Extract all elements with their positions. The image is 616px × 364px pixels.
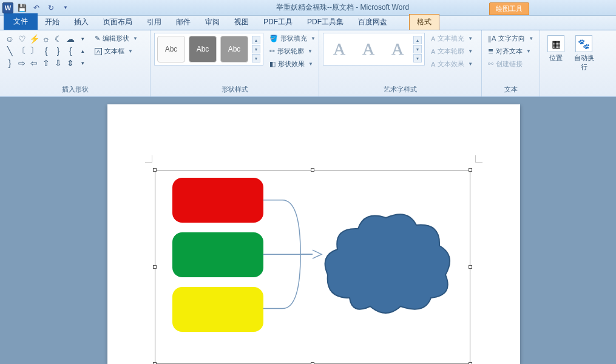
shape-bracket-right-icon[interactable]: } <box>4 57 16 69</box>
shape-smiley-icon[interactable]: ☺ <box>4 33 16 45</box>
shape-cloud[interactable] <box>319 207 453 316</box>
undo-icon[interactable]: ↶ <box>30 2 42 14</box>
qat-dropdown-icon[interactable]: ▼ <box>59 2 72 14</box>
wrap-text-icon: 🐾 <box>575 35 592 52</box>
shape-brace-right-icon[interactable]: 〕 <box>28 45 40 57</box>
resize-handle-e[interactable] <box>469 265 472 269</box>
chevron-down-icon: ▼ <box>468 49 473 54</box>
shape-line-icon[interactable]: ╲ <box>4 45 16 57</box>
tab-references[interactable]: 引用 <box>140 15 169 30</box>
shape-style-preset-1[interactable]: Abc <box>157 36 185 62</box>
shape-style-preset-3[interactable]: Abc <box>220 36 248 62</box>
wordart-preset-2[interactable]: A <box>355 36 382 62</box>
group-arrange: ▦ 位置 🐾 自动换行 <box>540 30 616 96</box>
drawing-tools-label: 绘图工具 <box>489 2 529 15</box>
shape-cloud-icon[interactable]: ☁ <box>64 33 76 45</box>
chevron-down-icon: ▼ <box>529 36 533 41</box>
align-text-icon: ≣ <box>488 47 493 55</box>
group-label-arrange <box>544 86 612 95</box>
chevron-down-icon: ▼ <box>308 49 313 54</box>
shape-fill-button[interactable]: 🪣 形状填充 ▼ <box>267 33 318 44</box>
resize-handle-w[interactable] <box>153 265 157 269</box>
wrap-text-button[interactable]: 🐾 自动换行 <box>572 33 596 74</box>
chevron-down-icon: ▼ <box>526 49 531 54</box>
shapes-gallery[interactable]: ☺ ♡ ⚡ ☼ ☾ ☁ ▾ ╲ 〔 〕 { } { ▴ } ⇨ ⇦ ⇧ ⇩ ⇕ <box>4 33 89 69</box>
shape-arrow-left-icon[interactable]: ⇦ <box>28 57 40 69</box>
group-label-text: 文本 <box>486 84 536 95</box>
shape-curly-right-icon[interactable]: } <box>52 45 64 57</box>
text-direction-icon: ‖A <box>488 35 496 42</box>
resize-handle-nw[interactable] <box>153 168 157 172</box>
tab-page-layout[interactable]: 页面布局 <box>96 15 140 30</box>
text-box-icon: A <box>95 48 102 55</box>
text-direction-button[interactable]: ‖A 文字方向 ▼ <box>486 33 536 44</box>
shape-arrow-up-icon[interactable]: ⇧ <box>40 57 52 69</box>
text-fill-icon: A <box>431 35 435 42</box>
redo-icon[interactable]: ↻ <box>45 2 57 14</box>
save-icon[interactable]: 💾 <box>16 2 28 14</box>
contextual-tab-group: 绘图工具 <box>489 2 529 15</box>
tab-mailings[interactable]: 邮件 <box>169 15 198 30</box>
group-shape-styles: Abc Abc Abc ▴▾▾ 🪣 形状填充 ▼ ✏ 形状轮廓 ▼ ◧ <box>151 30 319 96</box>
bucket-icon: 🪣 <box>269 35 278 42</box>
shape-styles-more[interactable]: ▴▾▾ <box>252 36 260 62</box>
text-outline-icon: A <box>431 48 435 55</box>
shape-rounded-rect-yellow[interactable] <box>172 287 263 332</box>
shape-heart-icon[interactable]: ♡ <box>16 33 28 45</box>
group-label-insert-shapes: 插入形状 <box>4 84 146 95</box>
shape-style-preset-2[interactable]: Abc <box>189 36 217 62</box>
page-scroll-area[interactable] <box>11 97 616 364</box>
tab-format[interactable]: 格式 <box>409 14 439 30</box>
text-fill-button: A 文本填充 ▼ <box>428 33 475 44</box>
group-wordart-styles: A A A ▴▾▾ A 文本填充 ▼ A 文本轮廓 ▼ A 文本效果 <box>319 30 482 96</box>
shape-arrow-updown-icon[interactable]: ⇕ <box>64 57 76 69</box>
edit-shape-button[interactable]: ✎ 编辑形状 ▼ <box>92 33 140 44</box>
tab-pdf-tools[interactable]: PDF工具 <box>256 15 300 30</box>
shape-rounded-rect-red[interactable] <box>172 178 263 223</box>
wordart-preset-3[interactable]: A <box>384 36 411 62</box>
document-title: 举重妖精金福珠--原文档 - Microsoft Word <box>72 2 614 13</box>
ribbon-tabs: 文件 开始 插入 页面布局 引用 邮件 审阅 视图 PDF工具 PDF工具集 百… <box>0 16 616 30</box>
shape-bracket-left-icon[interactable]: { <box>64 45 76 57</box>
group-label-wordart-styles: 艺术字样式 <box>323 84 478 95</box>
tab-file[interactable]: 文件 <box>4 13 38 30</box>
chevron-down-icon: ▼ <box>128 49 133 54</box>
shape-outline-button[interactable]: ✏ 形状轮廓 ▼ <box>267 46 318 57</box>
resize-handle-n[interactable] <box>311 168 314 172</box>
tab-baidu-netdisk[interactable]: 百度网盘 <box>351 15 394 30</box>
tab-pdf-toolset[interactable]: PDF工具集 <box>300 15 351 30</box>
shape-rounded-rect-green[interactable] <box>172 232 263 277</box>
tab-insert[interactable]: 插入 <box>67 15 96 30</box>
text-box-button[interactable]: A 文本框 ▼ <box>92 46 140 57</box>
shape-curly-left-icon[interactable]: { <box>40 45 52 57</box>
word-app-icon[interactable]: W <box>2 2 13 13</box>
workspace <box>0 97 616 364</box>
shape-scroll-up-icon[interactable]: ▴ <box>76 45 89 57</box>
tab-home[interactable]: 开始 <box>38 15 67 30</box>
document-page[interactable] <box>107 104 520 364</box>
chevron-down-icon: ▼ <box>133 36 138 41</box>
group-label-shape-styles: 形状样式 <box>154 84 315 95</box>
drawing-canvas-selected[interactable] <box>155 170 470 364</box>
shape-brace-left-icon[interactable]: 〔 <box>16 45 28 57</box>
shape-dropdown-icon[interactable]: ▾ <box>76 33 89 45</box>
tab-view[interactable]: 视图 <box>227 15 256 30</box>
shape-lightning-icon[interactable]: ⚡ <box>28 33 40 45</box>
text-outline-button: A 文本轮廓 ▼ <box>428 46 475 57</box>
shape-arrow-down-icon[interactable]: ⇩ <box>52 57 64 69</box>
wordart-preset-1[interactable]: A <box>326 36 353 62</box>
chevron-down-icon: ▼ <box>468 61 473 67</box>
shape-sun-icon[interactable]: ☼ <box>40 33 52 45</box>
position-button[interactable]: ▦ 位置 <box>544 33 568 65</box>
shape-moon-icon[interactable]: ☾ <box>52 33 64 45</box>
shape-effects-button[interactable]: ◧ 形状效果 ▼ <box>267 58 318 70</box>
margin-corner-tl <box>145 155 152 163</box>
shape-styles-gallery[interactable]: Abc Abc Abc ▴▾▾ <box>154 33 263 66</box>
align-text-button[interactable]: ≣ 对齐文本 ▼ <box>486 46 536 57</box>
shape-scroll-down-icon[interactable]: ▾ <box>76 57 89 69</box>
shape-arrow-right-icon[interactable]: ⇨ <box>16 57 28 69</box>
tab-review[interactable]: 审阅 <box>198 15 227 30</box>
wordart-gallery[interactable]: A A A ▴▾▾ <box>323 33 425 66</box>
wordart-more[interactable]: ▴▾▾ <box>413 36 422 62</box>
resize-handle-ne[interactable] <box>469 168 472 172</box>
